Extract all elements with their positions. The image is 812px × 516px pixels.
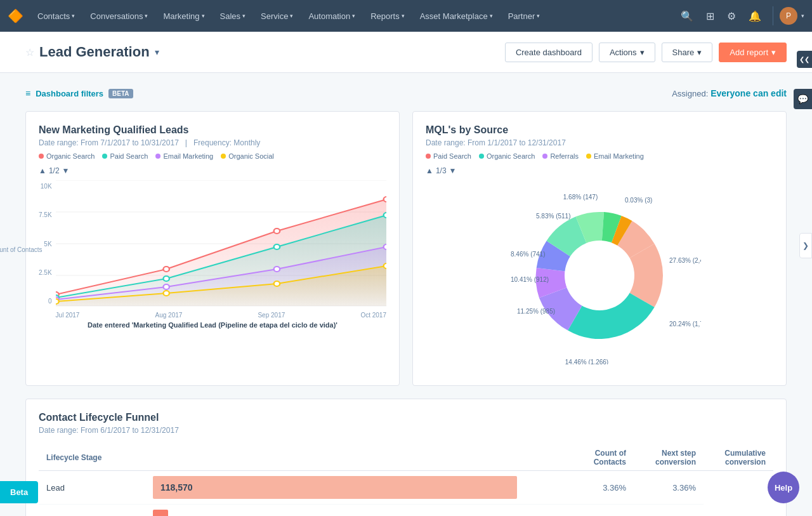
nav-sales[interactable]: Sales ▾ (214, 8, 252, 25)
lead-bar-fill: 118,570 (153, 476, 517, 499)
lead-bar-value: 118,570 (160, 482, 193, 493)
col-cumulative-header: Cumulative conversion (704, 445, 773, 471)
next-page-button[interactable]: ❯ (799, 233, 812, 258)
filter-icon: ≡ (25, 88, 30, 98)
col-bar-header (153, 445, 558, 471)
create-dashboard-button[interactable]: Create dashboard (505, 43, 593, 62)
filters-left: ≡ Dashboard filters BETA (25, 88, 133, 98)
actions-chevron-icon: ▾ (640, 48, 645, 57)
share-chevron-icon: ▾ (697, 48, 702, 57)
pie-chart-area: 27.63% (2,420) 20.24% (1,773) 14.46% (1,… (426, 180, 773, 373)
user-avatar[interactable]: P (780, 7, 797, 25)
svg-point-11 (273, 244, 279, 249)
pie-chart-subtitle: Date range: From 1/1/2017 to 12/31/2017 (426, 138, 773, 147)
main-content: ≡ Dashboard filters BETA Assigned: Every… (0, 73, 812, 516)
svg-point-21 (565, 241, 634, 310)
col-next-header: Next step conversion (634, 445, 704, 471)
legend-paid-search-pie: Paid Search (426, 152, 471, 160)
header-actions: Create dashboard Actions ▾ Share ▾ Add r… (505, 43, 787, 62)
nav-asset-marketplace[interactable]: Asset Marketplace ▾ (414, 8, 499, 25)
stage-lead: Lead (39, 471, 153, 505)
line-chart-subtitle: Date range: From 7/1/2017 to 10/31/2017 … (39, 138, 386, 147)
title-dropdown-icon[interactable]: ▾ (155, 47, 159, 57)
filter-label[interactable]: Dashboard filters (36, 89, 103, 98)
beta-button[interactable]: Beta (0, 481, 38, 503)
top-navigation: 🔶 Contacts ▾ Conversations ▾ Marketing ▾… (0, 0, 812, 32)
svg-point-18 (163, 291, 169, 296)
svg-point-6 (163, 267, 169, 272)
legend-email-marketing-pie: Email Marketing (586, 152, 644, 160)
funnel-card: Contact Lifecycle Funnel Date range: Fro… (25, 399, 787, 516)
svg-point-19 (273, 281, 279, 286)
svg-point-10 (163, 276, 169, 281)
chat-button[interactable]: 💬 (794, 89, 812, 109)
notifications-icon[interactable]: 🔔 (743, 6, 766, 26)
lead-cumulative-pct: 3.36% (634, 471, 704, 505)
svg-point-20 (383, 263, 386, 268)
pie-chart-title: MQL's by Source (426, 124, 773, 136)
svg-point-16 (383, 244, 386, 249)
favorite-icon[interactable]: ☆ (25, 46, 34, 58)
search-icon[interactable]: 🔍 (676, 6, 698, 26)
x-axis-label: Date entered 'Marketing Qualified Lead (… (39, 321, 386, 329)
nav-service[interactable]: Service ▾ (254, 8, 299, 25)
hubspot-logo[interactable]: 🔶 (8, 8, 23, 23)
svg-point-14 (163, 284, 169, 289)
line-chart-title: New Marketing Qualified Leads (39, 124, 386, 136)
mql-count: 3,984 (558, 505, 634, 517)
page-title: Lead Generation (39, 44, 150, 60)
lead-next-pct: 3.36% (558, 471, 634, 505)
svg-text:8.46% (741): 8.46% (741) (511, 251, 545, 258)
avatar-chevron-icon[interactable]: ▾ (801, 13, 804, 19)
funnel-table: Lifecycle Stage Count of Contacts Next s… (39, 445, 773, 516)
legend-paid-search: Paid Search (102, 152, 148, 160)
nav-partner[interactable]: Partner ▾ (502, 8, 547, 25)
pie-chart-pagination: ▲ 1/3 ▼ (426, 166, 773, 175)
pie-chart-legend: Paid Search Organic Search Referrals Ema… (426, 152, 773, 160)
pie-chart-card: MQL's by Source Date range: From 1/1/201… (412, 111, 787, 386)
svg-text:10.41% (912): 10.41% (912) (511, 276, 549, 283)
line-chart-svg (56, 180, 386, 307)
table-row: Marketing Qualified Lead 3,984 42.22% 1.… (39, 505, 773, 517)
pie-next-icon[interactable]: ▼ (449, 166, 457, 175)
add-report-chevron-icon: ▾ (771, 48, 776, 57)
x-axis-ticks: Jul 2017 Aug 2017 Sep 2017 Oct 2017 (56, 312, 386, 319)
mql-cumulative-pct: 1.42% (704, 505, 773, 517)
assigned-link[interactable]: Everyone can edit (710, 88, 787, 98)
marketplace-icon[interactable]: ⊞ (701, 6, 719, 26)
svg-text:11.25% (985): 11.25% (985) (517, 308, 555, 315)
svg-text:5.83% (511): 5.83% (511) (536, 213, 570, 220)
svg-text:1.68% (147): 1.68% (147) (563, 194, 598, 201)
donut-chart-svg: 27.63% (2,420) 20.24% (1,773) 14.46% (1,… (498, 187, 701, 364)
mql-bar-fill (153, 510, 168, 516)
nav-automation[interactable]: Automation ▾ (302, 8, 362, 25)
share-button[interactable]: Share ▾ (662, 43, 713, 62)
side-expand-button[interactable]: ❮❮ (797, 51, 812, 68)
nav-reports[interactable]: Reports ▾ (364, 8, 411, 25)
pie-prev-icon[interactable]: ▲ (426, 166, 433, 175)
chart-prev-icon[interactable]: ▲ (39, 166, 46, 175)
y-axis-label: Count of Contacts (0, 246, 43, 253)
table-row: Lead 118,570 118,570 3.36% 3.36% (39, 471, 773, 505)
svg-point-15 (273, 267, 279, 272)
actions-button[interactable]: Actions ▾ (599, 43, 655, 62)
beta-badge: BETA (108, 89, 133, 98)
nav-marketing[interactable]: Marketing ▾ (157, 8, 211, 25)
col-count-header: Count of Contacts (558, 445, 634, 471)
legend-organic-search-pie: Organic Search (479, 152, 535, 160)
add-report-button[interactable]: Add report ▾ (719, 43, 787, 62)
nav-conversations[interactable]: Conversations ▾ (84, 8, 154, 25)
help-button[interactable]: Help (768, 472, 799, 503)
chart-next-icon[interactable]: ▼ (62, 166, 70, 175)
svg-point-12 (383, 213, 386, 218)
line-chart-legend: Organic Search Paid Search Email Marketi… (39, 152, 386, 160)
legend-referrals-pie: Referrals (542, 152, 579, 160)
stage-mql: Marketing Qualified Lead (39, 505, 153, 517)
svg-point-17 (56, 299, 59, 304)
nav-contacts[interactable]: Contacts ▾ (31, 8, 81, 25)
settings-icon[interactable]: ⚙ (722, 6, 741, 26)
bar-mql (153, 505, 558, 517)
svg-text:0.03% (3): 0.03% (3) (625, 197, 652, 204)
svg-text:14.46% (1,266): 14.46% (1,266) (565, 359, 608, 364)
funnel-subtitle: Date range: From 6/1/2017 to 12/31/2017 (39, 426, 773, 435)
